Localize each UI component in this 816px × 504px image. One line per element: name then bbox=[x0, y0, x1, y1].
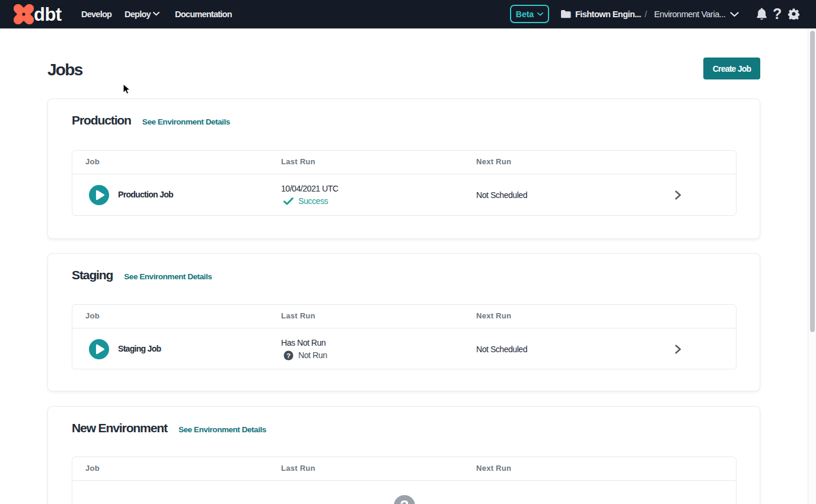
svg-text:?: ? bbox=[400, 497, 409, 504]
svg-text:?: ? bbox=[286, 352, 291, 359]
